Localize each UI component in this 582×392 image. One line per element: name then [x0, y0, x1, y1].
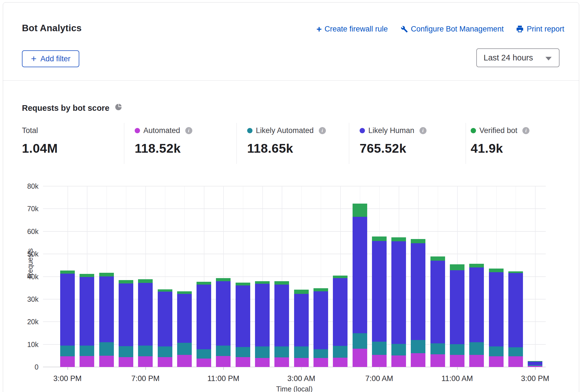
bar-segment[interactable] [450, 270, 464, 344]
time-range-select[interactable]: Last 24 hours [476, 48, 560, 67]
info-icon[interactable]: i [522, 127, 529, 134]
bar-segment[interactable] [80, 346, 94, 356]
bar-segment[interactable] [333, 276, 348, 278]
chart-bar-19[interactable] [430, 256, 445, 367]
chart-bar-23[interactable] [508, 271, 523, 367]
bar-segment[interactable] [294, 290, 309, 294]
bar-segment[interactable] [119, 283, 133, 346]
chart-bar-4[interactable] [138, 279, 153, 367]
bar-segment[interactable] [236, 283, 250, 285]
bar-segment[interactable] [274, 346, 289, 357]
info-icon[interactable]: i [419, 127, 427, 134]
bar-segment[interactable] [216, 346, 231, 356]
bar-segment[interactable] [450, 264, 464, 270]
chart-bar-14[interactable] [333, 276, 348, 367]
bar-segment[interactable] [119, 280, 133, 283]
bar-segment[interactable] [216, 281, 231, 346]
chart-bar-24[interactable] [528, 361, 542, 367]
bar-segment[interactable] [177, 355, 192, 367]
bar-segment[interactable] [372, 342, 387, 355]
bar-segment[interactable] [489, 269, 504, 272]
bar-segment[interactable] [508, 347, 523, 356]
bar-segment[interactable] [372, 355, 387, 367]
bar-segment[interactable] [80, 274, 94, 277]
chart-bar-10[interactable] [255, 281, 270, 367]
chart-bar-16[interactable] [372, 236, 387, 367]
bar-segment[interactable] [158, 292, 172, 346]
bar-segment[interactable] [158, 289, 172, 292]
bar-segment[interactable] [119, 357, 133, 367]
bar-segment[interactable] [469, 342, 484, 355]
bar-segment[interactable] [99, 273, 114, 276]
chart-bar-18[interactable] [411, 239, 425, 367]
bar-segment[interactable] [450, 344, 464, 355]
chart-bar-0[interactable] [60, 271, 75, 367]
bar-segment[interactable] [236, 357, 250, 367]
bar-segment[interactable] [313, 288, 328, 291]
bar-segment[interactable] [138, 356, 153, 367]
bar-segment[interactable] [294, 358, 309, 367]
bar-segment[interactable] [372, 241, 387, 342]
bar-segment[interactable] [430, 261, 445, 343]
chart-bar-15[interactable] [353, 204, 367, 367]
bar-segment[interactable] [255, 284, 270, 346]
bar-segment[interactable] [489, 346, 504, 356]
bar-segment[interactable] [274, 285, 289, 346]
bar-segment[interactable] [177, 343, 192, 355]
bar-segment[interactable] [158, 346, 172, 357]
configure-bot-management-link[interactable]: Configure Bot Management [400, 25, 504, 33]
bar-segment[interactable] [430, 354, 445, 367]
bar-segment[interactable] [353, 217, 367, 333]
bar-segment[interactable] [391, 355, 406, 367]
bar-segment[interactable] [255, 358, 270, 367]
bar-segment[interactable] [158, 357, 172, 367]
bar-segment[interactable] [274, 281, 289, 285]
bar-segment[interactable] [430, 343, 445, 354]
bar-segment[interactable] [508, 356, 523, 367]
bar-segment[interactable] [313, 291, 328, 349]
chart-bar-13[interactable] [313, 288, 328, 367]
bar-segment[interactable] [528, 362, 542, 365]
chart-bar-20[interactable] [450, 264, 464, 367]
bar-segment[interactable] [294, 294, 309, 346]
bar-segment[interactable] [177, 294, 192, 343]
bar-segment[interactable] [294, 346, 309, 358]
chart-bar-6[interactable] [177, 291, 192, 367]
chart-bar-8[interactable] [216, 278, 231, 367]
bar-segment[interactable] [119, 346, 133, 357]
bar-segment[interactable] [411, 340, 425, 353]
bar-segment[interactable] [197, 282, 211, 285]
chart-bar-3[interactable] [119, 280, 133, 367]
bar-segment[interactable] [391, 241, 406, 344]
bar-segment[interactable] [430, 256, 445, 261]
bar-segment[interactable] [391, 237, 406, 241]
bar-segment[interactable] [353, 349, 367, 367]
bar-segment[interactable] [313, 358, 328, 367]
bar-segment[interactable] [411, 353, 425, 367]
bar-segment[interactable] [469, 355, 484, 367]
bar-segment[interactable] [372, 236, 387, 241]
bar-segment[interactable] [99, 356, 114, 367]
chart-bar-17[interactable] [391, 237, 406, 367]
bar-segment[interactable] [80, 277, 94, 346]
bar-segment[interactable] [255, 281, 270, 284]
chart-bar-22[interactable] [489, 269, 504, 367]
add-filter-button[interactable]: + Add filter [22, 50, 79, 67]
info-icon[interactable]: i [185, 127, 192, 134]
bar-segment[interactable] [411, 239, 425, 243]
bar-segment[interactable] [353, 204, 367, 217]
bar-segment[interactable] [255, 346, 270, 358]
bar-segment[interactable] [216, 278, 231, 281]
bar-segment[interactable] [60, 271, 75, 274]
info-icon[interactable]: i [319, 127, 326, 134]
chart-bar-7[interactable] [197, 282, 211, 367]
bar-segment[interactable] [197, 359, 211, 367]
bar-segment[interactable] [313, 349, 328, 358]
bar-segment[interactable] [60, 356, 75, 367]
bar-segment[interactable] [469, 264, 484, 268]
bar-segment[interactable] [391, 344, 406, 355]
bar-segment[interactable] [236, 285, 250, 347]
bar-segment[interactable] [333, 278, 348, 346]
bar-segment[interactable] [80, 356, 94, 367]
bar-segment[interactable] [489, 356, 504, 367]
